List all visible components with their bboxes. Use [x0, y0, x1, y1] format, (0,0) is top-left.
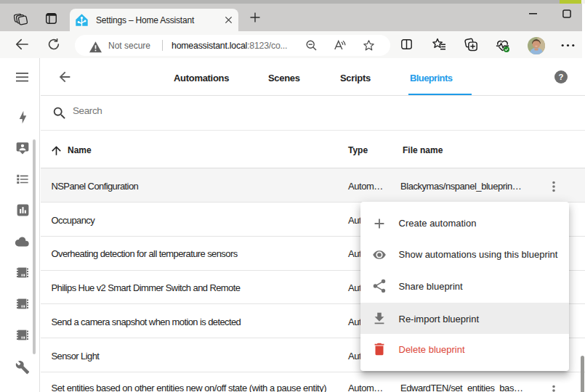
svg-text:?: ? — [559, 73, 564, 81]
